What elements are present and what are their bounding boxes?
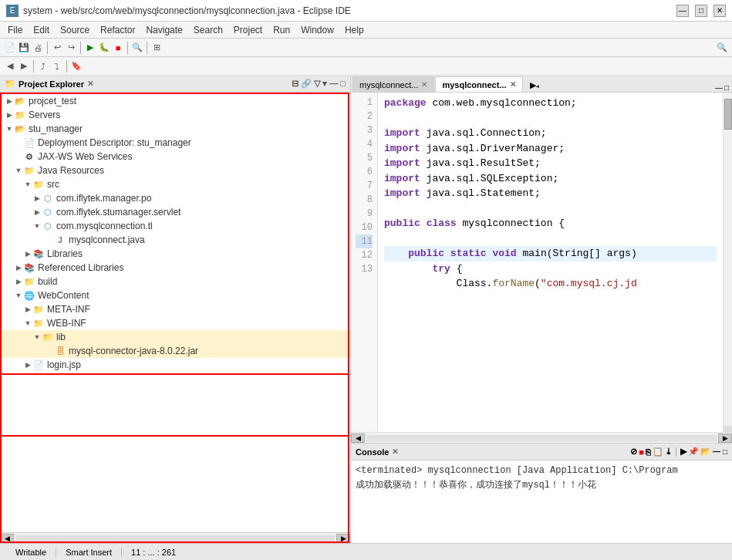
scroll-left[interactable]: ◀ [0,534,14,543]
console-maximize-icon[interactable]: □ [723,447,727,456]
tree-item-java-resources[interactable]: ▼ 📁 Java Resources [0,164,350,177]
menu-navigate[interactable]: Navigate [141,23,187,37]
tree-item-meta-inf[interactable]: ▶ 📁 META-INF [0,302,350,316]
bookmark-button[interactable]: 🔖 [69,59,83,73]
debug-button[interactable]: 🐛 [97,41,111,55]
tree-label: stu_manager [29,123,83,134]
toolbar-secondary: ◀ ▶ ⤴ ⤵ 🔖 [0,57,732,76]
back-button[interactable]: ◀ [3,59,17,73]
toolbar-sep-2 [80,42,81,54]
navigate-button[interactable]: ⤴ [36,59,50,73]
code-content[interactable]: package com.web.mysqlconnection; import … [378,93,723,432]
tree-item-webcontent[interactable]: ▼ 🌐 WebContent [0,288,350,302]
code-editor[interactable]: 1 2 3 4 5 6 7 8 9 10 11 12 13 package co… [351,93,732,432]
menu-project[interactable]: Project [229,23,267,37]
tree-item-jaxws[interactable]: ⚙ JAX-WS Web Services [0,150,350,164]
console-new-icon[interactable]: ▶ [680,447,686,457]
editor-tab-1[interactable]: mysqlconnect... ✕ [353,76,434,92]
tree-item-stu-manager[interactable]: ▼ 📂 stu_manager [0,122,350,136]
tree-arrow: ▶ [32,194,42,202]
minimize-panel-icon[interactable]: — [329,79,338,89]
console-copy-icon[interactable]: ⎘ [646,447,651,457]
tree-label: WEB-INF [47,318,86,329]
link-editor-icon[interactable]: 🔗 [301,79,312,89]
tab-close-2[interactable]: ✕ [510,80,516,89]
tab-label-2: mysqlconnect... [442,80,506,89]
print-button[interactable]: 🖨 [31,41,45,55]
tab-overflow-button[interactable]: ▶₄ [527,79,542,92]
scroll-track-editor[interactable] [366,435,717,441]
tree-item-servers[interactable]: ▶ 📁 Servers [0,108,350,122]
scrollbar-thumb[interactable] [724,99,732,130]
maximize-button[interactable]: □ [695,5,707,17]
collapse-all-icon[interactable]: ⊟ [292,79,299,89]
view-menu-icon[interactable]: ▾ [322,79,327,89]
perspective-button[interactable]: ⊞ [150,41,164,55]
menu-file[interactable]: File [3,23,27,37]
tree-scrollbar[interactable]: ◀ ▶ [0,532,350,543]
main-layout: 📁 Project Explorer ✕ ⊟ 🔗 ▽ ▾ — □ ▶ 📂 pro… [0,76,732,543]
minimize-button[interactable]: — [676,5,689,17]
editor-maximize-icon[interactable]: □ [724,83,729,92]
undo-button[interactable]: ↩ [50,41,64,55]
tree-item-build[interactable]: ▶ 📁 build [0,275,350,288]
redo-button[interactable]: ↪ [64,41,78,55]
menu-run[interactable]: Run [268,23,295,37]
menu-search[interactable]: Search [189,23,228,37]
console-toolbar-icons: ⊘ ■ ⎘ 📋 ⤓ ▶ 📌 📂 — □ [630,447,727,457]
scroll-track[interactable] [15,535,335,541]
tree-item-projcet-test[interactable]: ▶ 📂 projcet_test [0,94,350,108]
console-panel-controls: — □ [713,447,727,456]
tree-item-web-inf[interactable]: ▼ 📁 WEB-INF [0,316,350,330]
project-tree[interactable]: ▶ 📂 projcet_test ▶ 📁 Servers ▼ 📂 stu_man… [0,93,350,532]
stop-button[interactable]: ■ [111,41,125,55]
editor-scrollbar[interactable] [723,93,732,432]
run-button[interactable]: ▶ [83,41,97,55]
menu-edit[interactable]: Edit [29,23,54,37]
close-button[interactable]: ✕ [713,5,726,17]
console-paste-icon[interactable]: 📋 [653,447,663,457]
search-button[interactable]: 🔍 [130,41,144,55]
tree-item-referenced-libraries[interactable]: ▶ 📚 Referenced Libraries [0,261,350,275]
menu-refactor[interactable]: Refactor [96,23,140,37]
status-bar: Writable Smart Insert 11 : ... : 261 [0,543,732,560]
tree-item-src[interactable]: ▼ 📁 src [0,177,350,191]
tree-item-mysqlconnect[interactable]: J mysqlconnect.java [0,233,350,247]
code-line-7: import java.sql.Statement; [384,186,717,201]
tree-item-pkg2[interactable]: ▶ ⬡ com.iflytek.stumanager.servlet [0,205,350,219]
tree-item-lib[interactable]: ▼ 📁 lib [0,330,350,344]
tree-item-libraries[interactable]: ▶ 📚 Libraries [0,247,350,261]
console-pin-icon[interactable]: 📌 [688,447,699,457]
menu-source[interactable]: Source [56,23,94,37]
scroll-left-editor[interactable]: ◀ [351,433,365,443]
jsp-icon: 📄 [32,359,45,370]
tree-label: com.iflytek.stumanager.servlet [56,207,180,218]
tree-item-login-jsp[interactable]: ▶ 📄 login.jsp [0,358,350,372]
console-clear-icon[interactable]: ⊘ [630,447,637,457]
tree-label: JAX-WS Web Services [38,151,132,162]
console-minimize-icon[interactable]: — [713,447,720,456]
navigate2-button[interactable]: ⤵ [50,59,64,73]
maximize-panel-icon[interactable]: □ [340,79,346,89]
scroll-right[interactable]: ▶ [336,534,350,543]
save-button[interactable]: 💾 [17,41,31,55]
editor-minimize-icon[interactable]: — [715,83,723,92]
tab-close-1[interactable]: ✕ [421,80,427,89]
tree-item-deployment[interactable]: 📄 Deployment Descriptor: stu_manager [0,136,350,150]
console-stop-icon[interactable]: ■ [639,447,644,457]
tree-item-pkg3[interactable]: ▼ ⬡ com.mysqlconnection.tl [0,219,350,233]
tree-arrow: ▼ [32,222,42,230]
console-scroll-end-icon[interactable]: ⤓ [665,447,672,457]
search-icon[interactable]: 🔍 [715,41,729,55]
console-open-icon[interactable]: 📂 [700,447,711,457]
menu-window[interactable]: Window [296,23,339,37]
forward-button[interactable]: ▶ [17,59,31,73]
menu-help[interactable]: Help [340,23,369,37]
scroll-right-editor[interactable]: ▶ [718,433,732,443]
editor-tab-2[interactable]: mysqlconnect... ✕ [435,76,522,92]
tree-item-mysql-jar[interactable]: 🗄 mysql-connector-java-8.0.22.jar [0,344,350,358]
filter-icon[interactable]: ▽ [314,79,320,89]
new-button[interactable]: 📄 [3,41,17,55]
tree-item-pkg1[interactable]: ▶ ⬡ com.iflytek.manager.po [0,191,350,205]
editor-hscrollbar[interactable]: ◀ ▶ [351,432,732,443]
